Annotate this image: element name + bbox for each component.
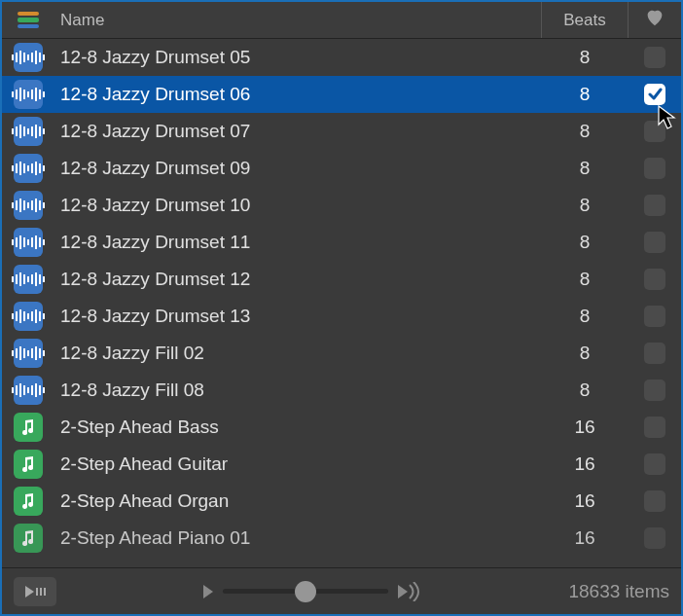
loop-name: 12-8 Jazzy Fill 08 (54, 380, 541, 401)
table-row[interactable]: 12-8 Jazzy Drumset 098 (2, 150, 681, 187)
loop-name: 2-Step Ahead Organ (54, 490, 541, 512)
loop-name: 12-8 Jazzy Drumset 13 (54, 306, 541, 327)
table-header: Name Beats (2, 2, 681, 39)
column-header-favorite[interactable] (629, 9, 681, 31)
favorite-checkbox[interactable] (644, 527, 665, 549)
audio-loop-icon (14, 80, 43, 109)
favorite-checkbox[interactable] (644, 84, 665, 105)
loop-name: 12-8 Jazzy Fill 02 (54, 343, 541, 364)
audio-loop-icon (14, 191, 43, 220)
table-row[interactable]: 2-Step Ahead Bass16 (2, 409, 681, 446)
software-loop-icon (14, 450, 43, 479)
audio-loop-icon (14, 154, 43, 183)
audio-loop-icon (14, 265, 43, 294)
loop-name: 2-Step Ahead Guitar (54, 453, 541, 475)
loop-name: 2-Step Ahead Piano 01 (54, 527, 541, 549)
audio-loop-icon (14, 376, 43, 405)
volume-low-icon (203, 585, 213, 598)
table-row[interactable]: 12-8 Jazzy Fill 028 (2, 335, 681, 372)
loop-name: 12-8 Jazzy Drumset 09 (54, 158, 541, 179)
favorite-checkbox[interactable] (644, 417, 665, 438)
audio-loop-icon (14, 228, 43, 257)
table-row[interactable]: 12-8 Jazzy Drumset 068 (2, 76, 681, 113)
loop-name: 12-8 Jazzy Drumset 10 (54, 195, 541, 216)
preview-play-button[interactable] (14, 577, 56, 606)
favorite-checkbox[interactable] (644, 232, 665, 253)
items-count: 18633 items (568, 581, 669, 602)
table-row[interactable]: 12-8 Jazzy Drumset 078 (2, 113, 681, 150)
footer-bar: 18633 items (2, 567, 681, 614)
loop-beats: 8 (541, 269, 629, 290)
favorite-checkbox[interactable] (644, 306, 665, 327)
favorite-checkbox[interactable] (644, 380, 665, 401)
loop-beats: 8 (541, 306, 629, 327)
loop-beats: 8 (541, 343, 629, 364)
audio-loop-icon (14, 339, 43, 368)
software-loop-icon (14, 413, 43, 442)
loop-beats: 8 (541, 232, 629, 253)
loop-name: 12-8 Jazzy Drumset 12 (54, 269, 541, 290)
table-row[interactable]: 12-8 Jazzy Drumset 128 (2, 261, 681, 298)
loop-beats: 16 (541, 527, 629, 549)
software-loop-icon (14, 487, 43, 516)
audio-loop-icon (14, 302, 43, 331)
loop-beats: 16 (541, 453, 629, 475)
table-row[interactable]: 2-Step Ahead Guitar16 (2, 446, 681, 483)
favorite-checkbox[interactable] (644, 269, 665, 290)
audio-loop-icon (14, 43, 43, 72)
view-mode-button[interactable] (2, 12, 54, 29)
volume-control (56, 582, 568, 601)
loop-name: 2-Step Ahead Bass (54, 417, 541, 438)
table-row[interactable]: 12-8 Jazzy Drumset 108 (2, 187, 681, 224)
stack-icon (18, 12, 39, 29)
loop-name: 12-8 Jazzy Drumset 05 (54, 47, 541, 68)
play-icon (25, 586, 34, 598)
loop-name: 12-8 Jazzy Drumset 06 (54, 84, 541, 105)
loop-beats: 16 (541, 490, 629, 512)
table-row[interactable]: 12-8 Jazzy Drumset 058 (2, 39, 681, 76)
loop-beats: 8 (541, 47, 629, 68)
loop-beats: 8 (541, 195, 629, 216)
wave-icon (36, 588, 46, 596)
loop-beats: 8 (541, 158, 629, 179)
column-header-name[interactable]: Name (54, 11, 541, 30)
loop-beats: 8 (541, 121, 629, 142)
volume-high-icon (398, 582, 421, 601)
loop-beats: 8 (541, 380, 629, 401)
favorite-checkbox[interactable] (644, 453, 665, 475)
table-row[interactable]: 12-8 Jazzy Drumset 138 (2, 298, 681, 335)
loop-beats: 8 (541, 84, 629, 105)
table-row[interactable]: 12-8 Jazzy Drumset 118 (2, 224, 681, 261)
column-header-beats[interactable]: Beats (541, 2, 629, 38)
heart-icon (645, 9, 665, 31)
table-row[interactable]: 12-8 Jazzy Fill 088 (2, 372, 681, 409)
loop-name: 12-8 Jazzy Drumset 11 (54, 232, 541, 253)
favorite-checkbox[interactable] (644, 158, 665, 179)
favorite-checkbox[interactable] (644, 121, 665, 142)
table-row[interactable]: 2-Step Ahead Piano 0116 (2, 520, 681, 557)
audio-loop-icon (14, 117, 43, 146)
favorite-checkbox[interactable] (644, 490, 665, 512)
loop-name: 12-8 Jazzy Drumset 07 (54, 121, 541, 142)
favorite-checkbox[interactable] (644, 343, 665, 364)
favorite-checkbox[interactable] (644, 195, 665, 216)
favorite-checkbox[interactable] (644, 47, 665, 68)
software-loop-icon (14, 524, 43, 553)
volume-slider[interactable] (223, 589, 388, 594)
loop-list[interactable]: 12-8 Jazzy Drumset 05812-8 Jazzy Drumset… (2, 39, 681, 567)
table-row[interactable]: 2-Step Ahead Organ16 (2, 483, 681, 520)
loop-beats: 16 (541, 417, 629, 438)
volume-thumb[interactable] (295, 581, 316, 602)
